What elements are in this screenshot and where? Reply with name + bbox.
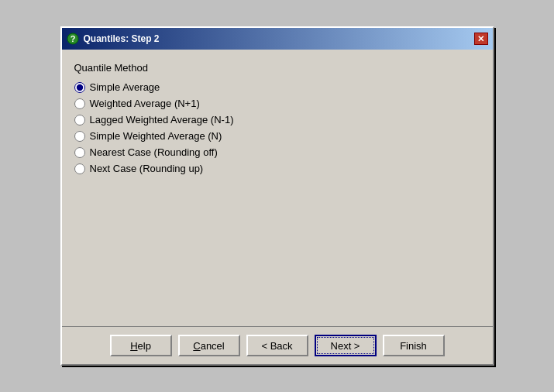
help-icon: ? [67, 33, 79, 45]
title-bar-left: ? Quantiles: Step 2 [67, 33, 160, 45]
cancel-button[interactable]: Cancel [178, 335, 240, 356]
radio-item-simple-weighted[interactable]: Simple Weighted Average (N) [74, 130, 480, 142]
button-bar: Help Cancel < Back Next > Finish [62, 326, 493, 364]
back-label: < Back [261, 340, 292, 352]
finish-button[interactable]: Finish [383, 335, 445, 356]
radio-next-case[interactable] [74, 163, 85, 174]
radio-label-lagged-weighted: Lagged Weighted Average (N-1) [90, 114, 234, 126]
radio-item-lagged-weighted[interactable]: Lagged Weighted Average (N-1) [74, 114, 480, 126]
radio-label-nearest-case: Nearest Case (Rounding off) [90, 146, 218, 158]
radio-label-simple-average: Simple Average [90, 81, 160, 93]
radio-label-simple-weighted: Simple Weighted Average (N) [90, 130, 222, 142]
content-spacer [74, 174, 480, 314]
radio-group: Simple Average Weighted Average (N+1) La… [74, 81, 480, 174]
radio-item-nearest-case[interactable]: Nearest Case (Rounding off) [74, 146, 480, 158]
title-bar: ? Quantiles: Step 2 ✕ [62, 28, 493, 50]
radio-item-next-case[interactable]: Next Case (Rounding up) [74, 163, 480, 174]
radio-label-weighted-average: Weighted Average (N+1) [90, 98, 200, 109]
radio-simple-weighted[interactable] [74, 131, 85, 142]
window-content: Quantile Method Simple Average Weighted … [62, 50, 493, 326]
radio-simple-average[interactable] [74, 82, 85, 93]
radio-item-weighted-average[interactable]: Weighted Average (N+1) [74, 98, 480, 109]
cancel-label: Cancel [193, 340, 224, 352]
radio-item-simple-average[interactable]: Simple Average [74, 81, 480, 93]
window-title: Quantiles: Step 2 [84, 33, 160, 44]
next-label: Next > [331, 340, 360, 352]
radio-lagged-weighted[interactable] [74, 115, 85, 126]
radio-weighted-average[interactable] [74, 98, 85, 109]
radio-nearest-case[interactable] [74, 147, 85, 158]
close-button[interactable]: ✕ [474, 33, 488, 45]
radio-label-next-case: Next Case (Rounding up) [90, 163, 204, 174]
help-button[interactable]: Help [110, 335, 172, 356]
svg-text:?: ? [70, 34, 75, 43]
next-button[interactable]: Next > [315, 335, 377, 356]
finish-label: Finish [400, 340, 427, 352]
dialog-window: ? Quantiles: Step 2 ✕ Quantile Method Si… [60, 26, 494, 366]
help-label: Help [130, 340, 151, 352]
back-button[interactable]: < Back [246, 335, 308, 356]
section-title: Quantile Method [74, 62, 480, 74]
